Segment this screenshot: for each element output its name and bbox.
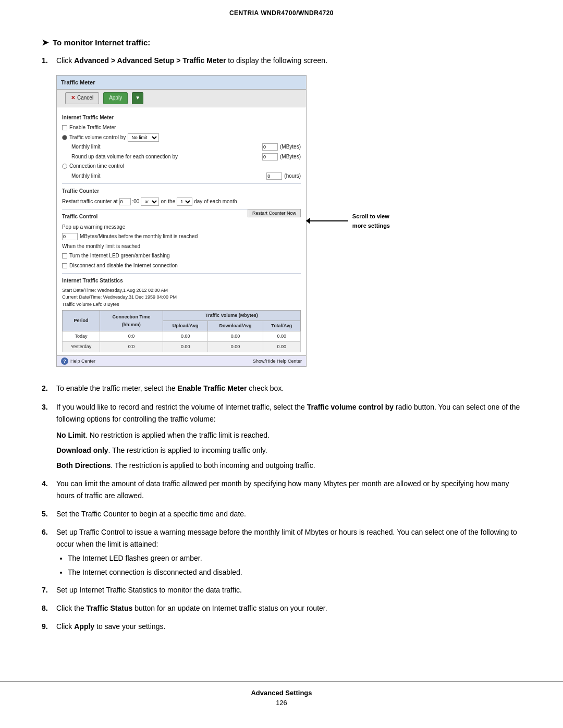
tm-row-yesterday-total: 0.00: [263, 341, 300, 352]
tm-day-suffix: day of each month: [194, 198, 237, 206]
step-7: Set up Internet Traffic Statistics to mo…: [42, 584, 521, 596]
tm-toolbar: ✕ Cancel Apply ▼: [57, 90, 306, 107]
tm-apply-label: Apply: [109, 94, 122, 103]
traffic-meter-screenshot: Traffic Meter ✕ Cancel Apply ▼: [56, 75, 307, 367]
tm-apply-arrow-button[interactable]: ▼: [132, 92, 143, 104]
tm-show-hide-label[interactable]: Show/Hide Help Center: [253, 357, 302, 365]
bullet-disconnect: The Internet connection is disconnected …: [68, 566, 521, 578]
step-3: If you would like to record and restrict…: [42, 401, 521, 472]
tm-monthly-unit2: (hours): [284, 172, 301, 181]
no-limit-desc: . No restriction is applied when the tra…: [85, 431, 270, 439]
steps-list: Click Advanced > Advanced Setup > Traffi…: [42, 55, 521, 633]
tm-monthly-label: Monthly limit: [71, 143, 101, 152]
tm-connection-time-row: Connection time control: [62, 162, 301, 171]
tm-reached-label: When the monthly limit is reached: [62, 242, 140, 251]
footer-label: Advanced Settings: [42, 689, 521, 697]
step-5-text: Set the Traffic Counter to begin at a sp…: [56, 510, 246, 518]
step-8-bold: Traffic Status: [87, 604, 133, 612]
tm-mbytes-row: MBytes/Minutes before the monthly limit …: [62, 232, 301, 241]
step-4-text: You can limit the amount of data traffic…: [56, 479, 509, 500]
tm-col-period: Period: [63, 311, 100, 331]
step-6-text: Set up Traffic Control to issue a warnin…: [56, 528, 517, 548]
tm-roundup-input[interactable]: [262, 153, 278, 161]
tm-disconnect-checkbox[interactable]: [62, 263, 67, 268]
tm-day-select[interactable]: 1st: [177, 198, 192, 206]
tm-traffic-left: Traffic Volume Left: 0 Bytes: [62, 301, 301, 309]
tm-restart-counter-button[interactable]: Restart Counter Now: [248, 209, 301, 217]
tm-ampm-select[interactable]: am pm: [141, 198, 159, 206]
tm-disconnect-label: Disconnect and disable the Internet conn…: [69, 262, 178, 270]
step-8-after: button for an update on Internet traffic…: [132, 604, 327, 612]
tm-col-download: Download/Avg: [208, 321, 263, 331]
step-1-bold: Advanced > Advanced Setup > Traffic Mete…: [74, 56, 226, 65]
tm-body: Internet Traffic Meter Enable Traffic Me…: [57, 107, 306, 355]
tm-divider2: [62, 209, 248, 209]
step-7-text: Set up Internet Traffic Statistics to mo…: [56, 586, 242, 594]
tm-monthly-limit-row: Monthly limit (MBytes): [62, 143, 301, 152]
arrow-bullet-icon: ➤: [42, 38, 48, 47]
step-9-before: Click: [56, 622, 74, 631]
tm-current-date: Current Date/Time: Wednesday,31 Dec 1959…: [62, 294, 301, 301]
traffic-options: No Limit. No restriction is applied when…: [56, 429, 521, 472]
tm-divider1: [62, 183, 301, 184]
step-8-before: Click the: [56, 604, 87, 612]
tm-restart-label: Restart traffic counter at: [62, 198, 118, 206]
tm-col-traffic-volume: Traffic Volume (Mbytes): [163, 311, 300, 321]
tm-section1-title: Internet Traffic Meter: [62, 114, 301, 122]
step-1-text-before: Click: [56, 56, 74, 65]
cancel-x-icon: ✕: [71, 94, 75, 103]
bullet-led: The Internet LED flashes green or amber.: [68, 552, 521, 564]
tm-led-checkbox[interactable]: [62, 253, 67, 258]
step-6: Set up Traffic Control to issue a warnin…: [42, 526, 521, 578]
tm-mbytes-label: MBytes/Minutes before the monthly limit …: [80, 232, 198, 241]
no-limit-label: No Limit: [56, 431, 85, 439]
step-9: Click Apply to save your settings.: [42, 621, 521, 633]
tm-connection-radio[interactable]: [62, 164, 67, 169]
tm-roundup-label: Round up data volume for each connection…: [71, 153, 178, 162]
tm-row-today-total: 0.00: [263, 331, 300, 341]
section-heading: ➤ To monitor Internet traffic:: [42, 38, 521, 47]
step-2-bold: Enable Traffic Meter: [177, 384, 247, 392]
tm-led-row: Turn the Internet LED green/amber flashi…: [62, 252, 301, 261]
step-4: You can limit the amount of data traffic…: [42, 478, 521, 502]
tm-mbytes-input[interactable]: [62, 233, 78, 240]
tm-monthly-unit: (MBytes): [280, 143, 301, 152]
main-content: ➤ To monitor Internet traffic: Click Adv…: [0, 22, 563, 660]
tm-help-icon: ?: [61, 357, 68, 365]
tm-monthly2-input[interactable]: [266, 172, 282, 180]
tm-volume-radio[interactable]: [62, 135, 67, 140]
scroll-arrow-icon: [307, 220, 348, 221]
page-footer: Advanced Settings 126: [0, 681, 563, 714]
tm-enable-checkbox[interactable]: [62, 125, 67, 130]
tm-restart-time-input[interactable]: [119, 198, 131, 205]
step-2-before: To enable the traffic meter, select the: [56, 384, 177, 392]
both-directions-desc: . The restriction is applied to both inc…: [111, 461, 315, 470]
tm-start-date: Start Date/Time: Wednesday,1 Aug 2012 02…: [62, 287, 301, 294]
tm-enable-row: Enable Traffic Meter: [62, 124, 301, 132]
download-only-label: Download only: [56, 446, 108, 454]
tm-row-today-upload: 0.00: [163, 331, 208, 341]
option-no-limit: No Limit. No restriction is applied when…: [56, 429, 521, 441]
tm-roundup-unit: (MBytes): [280, 153, 301, 162]
tm-warning-label: Pop up a warning message: [62, 223, 125, 232]
tm-help-label[interactable]: Help Center: [70, 357, 95, 365]
tm-col-connection: Connection Time(hh:mm): [100, 311, 163, 331]
step-9-after: to save your settings.: [94, 622, 165, 631]
tm-cancel-button[interactable]: ✕ Cancel: [65, 92, 99, 104]
tm-monthly2-label: Monthly limit: [71, 172, 101, 181]
tm-monthly-limit2-row: Monthly limit (hours): [62, 172, 301, 181]
tm-divider3: [62, 273, 301, 274]
step-9-bold: Apply: [74, 622, 94, 631]
scroll-line2: more settings: [352, 221, 390, 230]
tm-volume-select[interactable]: No limit Download only Both Directions: [128, 133, 159, 142]
tm-monthly-input[interactable]: [262, 143, 278, 151]
table-row: Yesterday 0:0 0.00 0.00 0.00: [63, 341, 301, 352]
table-row: Today 0:0 0.00 0.00 0.00: [63, 331, 301, 341]
tm-apply-button[interactable]: Apply: [103, 92, 128, 104]
footer-page-number: 126: [42, 699, 521, 707]
tm-stats-dates: Start Date/Time: Wednesday,1 Aug 2012 02…: [62, 287, 301, 309]
step-3-before: If you would like to record and restrict…: [56, 403, 307, 411]
tm-row-yesterday-upload: 0.00: [163, 341, 208, 352]
tm-on-label: on the: [161, 198, 175, 206]
tm-section4-title: Internet Traffic Statistics: [62, 277, 301, 286]
